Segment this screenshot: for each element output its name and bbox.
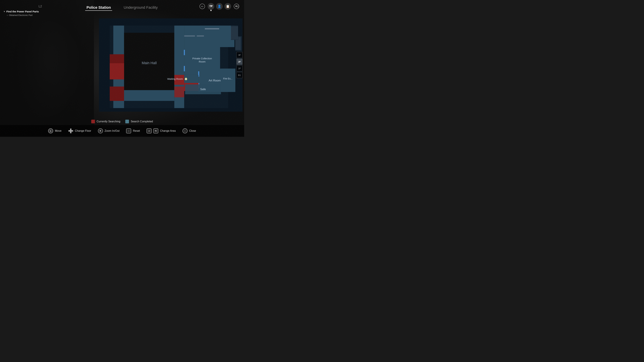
change-area-label: Change Area xyxy=(160,129,176,132)
dpad-icon xyxy=(68,128,73,133)
svg-rect-10 xyxy=(184,35,195,36)
svg-text:Safe: Safe xyxy=(200,88,206,91)
zoom-label: Zoom In/Out xyxy=(105,129,120,132)
svg-text:Waiting Room: Waiting Room xyxy=(167,77,183,80)
quest-subtask: Obtained Electronic Part xyxy=(7,14,39,16)
bottom-controls: L Move Change Floor R Zoom In/Out □ Rese… xyxy=(0,125,244,137)
l2-button-icon: L2 xyxy=(146,128,152,133)
r-stick-icon: R xyxy=(98,128,103,133)
svg-rect-33 xyxy=(124,90,174,101)
close-label: Close xyxy=(189,129,196,132)
map-container: Main Hall Private Collection Room Art Ro… xyxy=(99,12,242,118)
l1-button[interactable]: L1 xyxy=(200,4,205,9)
quest-title: Find the Power Panel Parts xyxy=(3,10,39,13)
svg-text:Room: Room xyxy=(199,60,206,63)
folder-icon-button[interactable]: 📋 xyxy=(224,3,231,10)
svg-rect-16 xyxy=(184,66,185,71)
map-svg: Main Hall Private Collection Room Art Ro… xyxy=(99,12,242,118)
svg-text:Art Room: Art Room xyxy=(209,79,221,82)
floor-3f[interactable]: 3F xyxy=(236,52,242,58)
r2-label: R2 xyxy=(235,5,239,8)
svg-rect-6 xyxy=(110,86,124,101)
square-button-icon: □ xyxy=(126,128,131,133)
svg-rect-15 xyxy=(184,50,185,55)
legend-completed-label: Search Completed xyxy=(131,120,153,123)
control-move: L Move xyxy=(48,128,62,133)
circle-button-icon: ○ xyxy=(182,128,188,133)
legend-searching-box xyxy=(91,120,95,123)
floor-b1[interactable]: B1 xyxy=(236,72,242,78)
quest-panel: Find the Power Panel Parts Obtained Elec… xyxy=(3,10,39,16)
svg-rect-31 xyxy=(110,63,124,79)
svg-rect-32 xyxy=(174,86,184,97)
control-zoom: R Zoom In/Out xyxy=(98,128,120,133)
l2-label: L2 xyxy=(38,5,42,8)
control-close: ○ Close xyxy=(182,128,196,133)
tab-underground-facility[interactable]: Underground Facility xyxy=(122,5,159,11)
map-legend: Currently Searching Search Completed xyxy=(91,120,153,123)
legend-searching-label: Currently Searching xyxy=(96,120,120,123)
svg-text:Private Collection: Private Collection xyxy=(192,57,212,60)
map-canvas: Main Hall Private Collection Room Art Ro… xyxy=(99,12,242,118)
legend-search-completed: Search Completed xyxy=(125,120,153,123)
control-reset: □ Reset xyxy=(126,128,140,133)
svg-text:Main Hall: Main Hall xyxy=(142,61,157,65)
svg-text:Fire Es...: Fire Es... xyxy=(223,77,232,80)
move-label: Move xyxy=(55,129,62,132)
svg-rect-9 xyxy=(205,28,219,29)
svg-rect-11 xyxy=(197,35,204,36)
active-dot xyxy=(210,10,212,11)
tab-police-station[interactable]: Police Station xyxy=(85,5,112,11)
person-icon-button[interactable]: 👤 xyxy=(216,3,223,10)
control-change-floor: Change Floor xyxy=(68,128,91,133)
top-icon-group: 🗺 👤 📋 xyxy=(208,3,231,10)
area-tabs: Police Station Underground Facility xyxy=(85,5,159,11)
map-icon-button[interactable]: 🗺 xyxy=(208,3,214,10)
control-change-area: L2 R2 Change Area xyxy=(146,128,176,133)
left-stick-icon: L xyxy=(48,128,53,133)
svg-rect-40 xyxy=(221,68,236,92)
floor-2f[interactable]: 2F xyxy=(236,59,242,65)
reset-label: Reset xyxy=(133,129,140,132)
floor-1f[interactable]: 1F xyxy=(236,65,242,71)
top-controller-bar: L1 🗺 👤 📋 R1 xyxy=(200,3,239,10)
change-floor-label: Change Floor xyxy=(75,129,91,132)
floor-indicator: 3F 2F 1F B1 xyxy=(236,52,242,78)
legend-completed-box xyxy=(125,120,129,123)
svg-point-30 xyxy=(185,78,187,80)
r2-button-icon: R2 xyxy=(153,128,158,133)
legend-currently-searching: Currently Searching xyxy=(91,120,120,123)
